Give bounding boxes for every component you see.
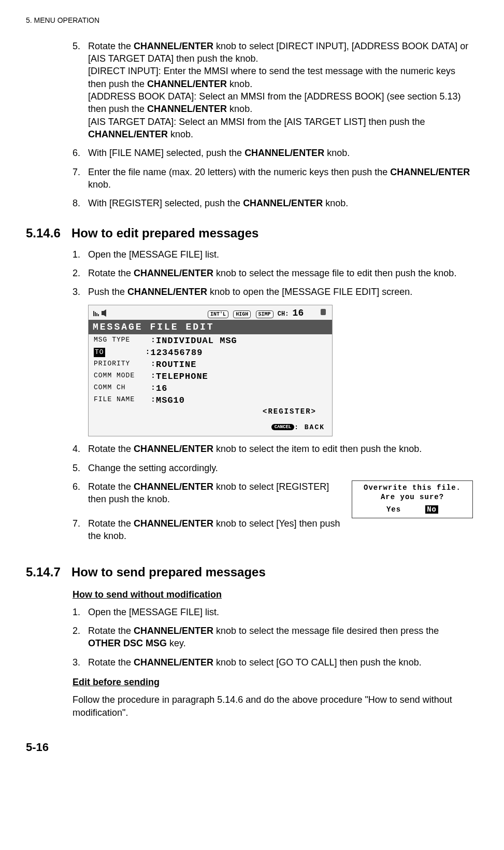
text: With [FILE NAME] selected, push the	[88, 148, 244, 158]
text: Enter the file name (max. 20 letters) wi…	[88, 167, 390, 177]
cancel-badge: CANCEL	[271, 424, 294, 430]
text-bold: CHANNEL/ENTER	[147, 79, 227, 89]
text-bold: CHANNEL/ENTER	[127, 287, 207, 297]
svg-rect-0	[321, 309, 326, 315]
page-number: 5-16	[26, 740, 473, 755]
step-b4: 4.Rotate the CHANNEL/ENTER knob to selec…	[73, 443, 473, 455]
text: knob.	[324, 148, 350, 158]
text: Rotate the	[88, 657, 134, 668]
text-bold: CHANNEL/ENTER	[134, 657, 213, 668]
text: Rotate the	[88, 481, 134, 492]
text-bold: CHANNEL/ENTER	[244, 148, 324, 158]
text: knob to select the item to edit then pus…	[213, 444, 422, 454]
overwrite-dialog: Overwrite this file. Are you sure? Yes N…	[352, 480, 473, 518]
step-a8: 8. With [REGISTER] selected, push the CH…	[73, 197, 473, 209]
text: knob to open the [MESSAGE FILE EDIT] scr…	[207, 287, 412, 297]
text: Change the setting accordingly.	[88, 463, 218, 473]
step-b5: 5.Change the setting accordingly.	[73, 462, 473, 474]
step-b1: 1.Open the [MESSAGE FILE] list.	[73, 248, 473, 261]
high-pill: HIGH	[233, 310, 251, 319]
row-msg-type: MSG TYPE:INDIVIDUAL MSG	[94, 335, 327, 347]
text: knob to select [GO TO CALL] then push th…	[213, 657, 422, 668]
label: MSG TYPE	[94, 335, 151, 347]
dialog-no: No	[425, 505, 438, 514]
label: TO	[94, 347, 105, 359]
section-heading-5-14-6: 5.14.6How to edit prepared messages	[26, 225, 473, 242]
paragraph: Follow the procedure in paragraph 5.14.6…	[73, 693, 473, 719]
text: knob.	[168, 129, 193, 139]
step-number: 7.	[73, 166, 80, 178]
step-number: 1.	[73, 606, 80, 618]
simp-pill: SIMP	[256, 310, 273, 319]
section-number: 5.14.6	[26, 225, 71, 242]
step-b6: Overwrite this file. Are you sure? Yes N…	[73, 480, 473, 506]
text: Rotate the	[88, 41, 134, 51]
screen-title: MESSAGE FILE EDIT	[89, 320, 332, 334]
ch-label: CH:	[278, 310, 289, 318]
text: knob.	[227, 104, 252, 114]
step-a6: 6. With [FILE NAME] selected, push the C…	[73, 147, 473, 159]
step-number: 5.	[73, 462, 80, 474]
text: knob to select the message file to edit …	[213, 268, 456, 278]
step-a5: 5. Rotate the CHANNEL/ENTER knob to sele…	[73, 40, 473, 140]
handset-icon	[319, 308, 328, 316]
value: 16	[156, 383, 167, 395]
section-number: 5.14.7	[26, 564, 71, 580]
text: Rotate the	[88, 268, 134, 278]
text-bold: CHANNEL/ENTER	[134, 444, 213, 454]
text-bold: OTHER DSC MSG	[88, 638, 167, 648]
step-number: 3.	[73, 656, 80, 669]
text-bold: CHANNEL/ENTER	[134, 518, 213, 529]
text: Open the [MESSAGE FILE] list.	[88, 249, 219, 260]
text-bold: CHANNEL/ENTER	[243, 198, 323, 208]
label: PRIORITY	[94, 359, 151, 371]
step-number: 4.	[73, 443, 80, 455]
row-comm-mode: COMM MODE:TELEPHONE	[94, 371, 327, 383]
step-number: 6.	[73, 480, 80, 493]
step-c2: 2.Rotate the CHANNEL/ENTER knob to selec…	[73, 625, 473, 650]
text: knob to select the message file desired …	[213, 626, 439, 636]
ch-value: 16	[293, 308, 304, 318]
section-title: How to edit prepared messages	[71, 226, 258, 240]
text: Open the [MESSAGE FILE] list.	[88, 607, 219, 617]
text: Rotate the	[88, 444, 134, 454]
text: knob.	[88, 179, 111, 190]
value: INDIVIDUAL MSG	[156, 335, 237, 347]
steps-block-b-2: 4.Rotate the CHANNEL/ENTER knob to selec…	[26, 443, 473, 542]
antenna-icon	[93, 309, 108, 317]
row-priority: PRIORITY:ROUTINE	[94, 359, 327, 371]
section-title: How to send prepared messages	[71, 565, 266, 579]
signal-speaker-icons	[93, 309, 108, 317]
text-bold: CHANNEL/ENTER	[134, 41, 213, 51]
step-number: 2.	[73, 625, 80, 637]
text-bold: CHANNEL/ENTER	[134, 481, 213, 492]
text: Push the	[88, 287, 127, 297]
text: key.	[167, 638, 186, 648]
text-bold: CHANNEL/ENTER	[88, 129, 168, 139]
value: 123456789	[151, 347, 203, 359]
text-bold: CHANNEL/ENTER	[147, 104, 227, 114]
step-b7: 7.Rotate the CHANNEL/ENTER knob to selec…	[73, 517, 473, 543]
text: knob.	[323, 198, 348, 208]
dialog-yes: Yes	[386, 505, 401, 514]
screen-status-bar: INT'L HIGH SIMP CH: 16	[89, 305, 332, 320]
step-a7: 7. Enter the file name (max. 20 letters)…	[73, 166, 473, 191]
label: COMM CH	[94, 383, 151, 395]
row-comm-ch: COMM CH:16	[94, 383, 327, 395]
step-number: 6.	[73, 147, 80, 159]
steps-block-a: 5. Rotate the CHANNEL/ENTER knob to sele…	[26, 40, 473, 210]
subheading-edit-before-sending: Edit before sending	[73, 676, 473, 688]
page-header: 5. MENU OPERATION	[26, 16, 473, 25]
step-b3: 3.Push the CHANNEL/ENTER knob to open th…	[73, 286, 473, 298]
text-bold: CHANNEL/ENTER	[390, 167, 470, 177]
text: [AIS TARGET DATA]: Select an MMSI from t…	[88, 117, 425, 127]
label: COMM MODE	[94, 371, 151, 383]
step-number: 3.	[73, 286, 80, 298]
step-c3: 3.Rotate the CHANNEL/ENTER knob to selec…	[73, 656, 473, 669]
channel-indicator: INT'L HIGH SIMP CH: 16	[207, 307, 328, 319]
steps-block-b-1: 1.Open the [MESSAGE FILE] list. 2.Rotate…	[26, 248, 473, 299]
value: MSG10	[156, 395, 185, 407]
step-number: 2.	[73, 267, 80, 279]
register-action: <REGISTER>	[94, 407, 327, 417]
step-number: 8.	[73, 197, 80, 209]
